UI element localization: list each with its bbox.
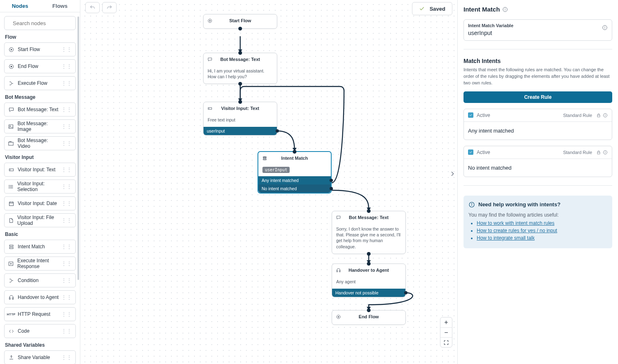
port[interactable] <box>276 129 279 133</box>
node-title: End Flow <box>359 314 379 319</box>
node-http[interactable]: HTTP HTTP Request ⋮⋮ <box>4 307 76 321</box>
create-rule-button[interactable]: Create Rule <box>464 91 612 103</box>
svg-rect-39 <box>337 271 337 272</box>
port[interactable] <box>330 187 333 190</box>
outlet-no-intent[interactable]: No intent matched <box>258 184 331 193</box>
outlet-userinput[interactable]: userInput <box>204 127 277 135</box>
drag-handle-icon[interactable]: ⋮⋮ <box>61 47 72 52</box>
canvas-node-fallback[interactable]: Bot Message: Text Sorry, I don't know th… <box>332 211 406 254</box>
node-condition[interactable]: Condition ⋮⋮ <box>4 273 76 287</box>
tab-nodes[interactable]: Nodes <box>0 0 40 12</box>
help-subtitle: You may find the following articles usef… <box>468 212 607 218</box>
branch-icon <box>8 277 14 284</box>
port[interactable] <box>367 252 371 256</box>
code-icon <box>8 328 14 334</box>
play-icon <box>8 46 14 53</box>
drag-handle-icon[interactable]: ⋮⋮ <box>61 167 72 173</box>
redo-button[interactable] <box>102 2 117 13</box>
drag-handle-icon[interactable]: ⋮⋮ <box>61 261 72 266</box>
active-checkbox[interactable] <box>468 112 473 118</box>
tab-flows[interactable]: Flows <box>40 0 80 12</box>
intent-variable-field[interactable]: Intent Match Variable userInput <box>464 19 612 41</box>
svg-point-5 <box>10 65 12 67</box>
drag-handle-icon[interactable]: ⋮⋮ <box>61 244 72 250</box>
node-handover[interactable]: Handover to Agent ⋮⋮ <box>4 290 76 304</box>
help-link[interactable]: How to integrate small talk <box>477 235 535 241</box>
rule-type-label: Standard Rule <box>563 150 592 155</box>
node-start-flow[interactable]: Start Flow ⋮⋮ <box>4 42 76 56</box>
section-title-flow: Flow <box>5 34 76 40</box>
node-bot-image[interactable]: Bot Message: Image ⋮⋮ <box>4 119 76 133</box>
node-share-variable[interactable]: Share Variable ⋮⋮ <box>4 350 76 364</box>
undo-button[interactable] <box>85 2 100 13</box>
scrollbar[interactable] <box>77 16 80 364</box>
canvas-node-intent-match[interactable]: Intent Match userInput Any intent matche… <box>258 151 332 194</box>
drag-handle-icon[interactable]: ⋮⋮ <box>61 355 72 360</box>
zoom-in-button[interactable]: + <box>440 317 452 327</box>
drag-handle-icon[interactable]: ⋮⋮ <box>61 217 72 223</box>
info-icon[interactable] <box>602 25 608 30</box>
calendar-icon <box>8 200 14 207</box>
headset-icon <box>8 294 14 301</box>
drag-handle-icon[interactable]: ⋮⋮ <box>61 107 72 112</box>
canvas-node-greet[interactable]: Bot Message: Text Hi, I am your virtual … <box>203 53 277 84</box>
node-label: Visitor Input: Text <box>18 167 56 173</box>
node-bot-video[interactable]: Bot Message: Video ⋮⋮ <box>4 136 76 150</box>
outlet-handover-fail[interactable]: Handover not possible <box>332 289 405 297</box>
drag-handle-icon[interactable]: ⋮⋮ <box>61 294 72 300</box>
drag-handle-icon[interactable]: ⋮⋮ <box>61 311 72 317</box>
drag-handle-icon[interactable]: ⋮⋮ <box>61 201 72 206</box>
collapse-panel-button[interactable] <box>447 169 457 179</box>
info-icon[interactable] <box>603 150 608 155</box>
drag-handle-icon[interactable]: ⋮⋮ <box>61 278 72 283</box>
zoom-out-button[interactable]: − <box>440 327 452 337</box>
node-visitor-text[interactable]: Visitor Input: Text ⋮⋮ <box>4 163 76 177</box>
node-bot-text[interactable]: Bot Message: Text ⋮⋮ <box>4 103 76 117</box>
lock-icon <box>596 150 601 155</box>
rule-card[interactable]: Active Standard Rule No intent matched <box>464 146 612 177</box>
field-label: Intent Match Variable <box>468 23 608 28</box>
node-body: Any agent <box>332 276 405 289</box>
fit-view-button[interactable] <box>440 337 452 347</box>
drag-handle-icon[interactable]: ⋮⋮ <box>61 140 72 146</box>
delete-icon[interactable] <box>262 155 267 161</box>
svg-point-16 <box>9 188 9 188</box>
port[interactable] <box>239 82 242 86</box>
help-link[interactable]: How to work with intent match rules <box>477 220 555 226</box>
info-icon[interactable] <box>502 7 508 12</box>
drag-handle-icon[interactable]: ⋮⋮ <box>61 184 72 189</box>
rule-card[interactable]: Active Standard Rule Any intent matched <box>464 109 612 140</box>
search-input[interactable] <box>12 20 80 27</box>
canvas-node-handover[interactable]: Handover to Agent Any agent Handover not… <box>332 264 406 297</box>
node-visitor-file[interactable]: Visitor Input: File Upload ⋮⋮ <box>4 213 76 227</box>
http-icon: HTTP <box>8 311 14 317</box>
search-nodes[interactable] <box>4 16 76 30</box>
outlet-any-intent[interactable]: Any intent matched <box>258 176 331 184</box>
node-code[interactable]: Code ⋮⋮ <box>4 324 76 338</box>
svg-rect-22 <box>9 247 13 248</box>
active-checkbox[interactable] <box>468 149 473 155</box>
drag-handle-icon[interactable]: ⋮⋮ <box>61 328 72 334</box>
node-label: Bot Message: Text <box>18 107 59 112</box>
port[interactable] <box>330 179 333 182</box>
flow-canvas[interactable]: Saved Start Flow Bo <box>80 0 457 364</box>
canvas-node-start[interactable]: Start Flow <box>203 14 277 29</box>
node-title: Handover to Agent <box>349 268 389 273</box>
drag-handle-icon[interactable]: ⋮⋮ <box>61 80 72 86</box>
node-intent-match[interactable]: Intent Match ⋮⋮ <box>4 240 76 254</box>
canvas-node-visitor-input[interactable]: Visitor Input: Text Free text input user… <box>203 102 277 135</box>
node-visitor-date[interactable]: Visitor Input: Date ⋮⋮ <box>4 196 76 210</box>
drag-handle-icon[interactable]: ⋮⋮ <box>61 63 72 69</box>
info-icon[interactable] <box>603 113 608 118</box>
svg-point-15 <box>9 186 9 187</box>
node-end-flow[interactable]: End Flow ⋮⋮ <box>4 59 76 73</box>
node-execute-flow[interactable]: Execute Flow ⋮⋮ <box>4 76 76 90</box>
node-visitor-selection[interactable]: Visitor Input: Selection ⋮⋮ <box>4 180 76 194</box>
drag-handle-icon[interactable]: ⋮⋮ <box>61 124 72 129</box>
port[interactable] <box>404 291 407 294</box>
node-body: Hi, I am your virtual assistant. How can… <box>204 65 277 84</box>
canvas-node-end[interactable]: End Flow <box>332 310 406 325</box>
help-link[interactable]: How to create rules for yes / no input <box>477 228 557 233</box>
node-exec-intent[interactable]: Execute Intent Response ⋮⋮ <box>4 257 76 271</box>
port[interactable] <box>239 27 242 30</box>
